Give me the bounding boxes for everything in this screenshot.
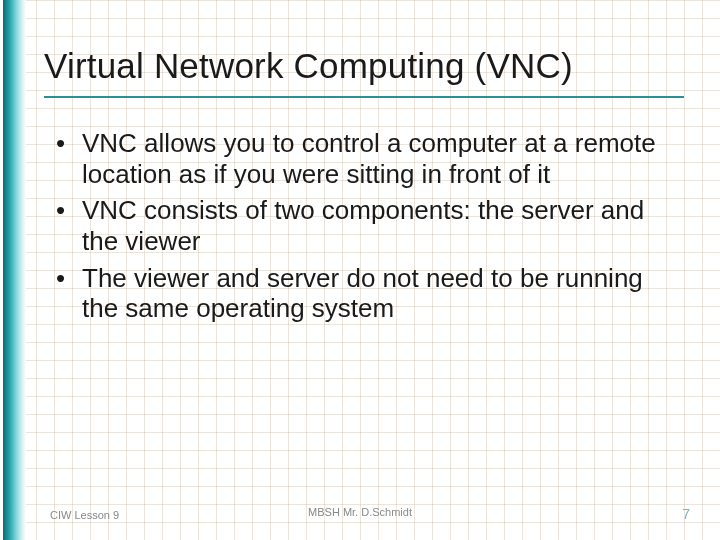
bullet-item: VNC consists of two components: the serv… xyxy=(44,195,680,256)
bullet-list: VNC allows you to control a computer at … xyxy=(44,128,720,324)
bullet-item: VNC allows you to control a computer at … xyxy=(44,128,680,189)
page-number: 7 xyxy=(682,506,690,522)
bullet-item: The viewer and server do not need to be … xyxy=(44,263,680,324)
footer-center: MBSH Mr. D.Schmidt xyxy=(308,506,412,518)
slide-content: Virtual Network Computing (VNC) VNC allo… xyxy=(0,0,720,540)
footer-left: CIW Lesson 9 xyxy=(50,509,119,521)
slide-title: Virtual Network Computing (VNC) xyxy=(44,0,720,94)
title-underline xyxy=(44,96,684,98)
slide-footer: CIW Lesson 9 MBSH Mr. D.Schmidt 7 xyxy=(0,506,720,522)
